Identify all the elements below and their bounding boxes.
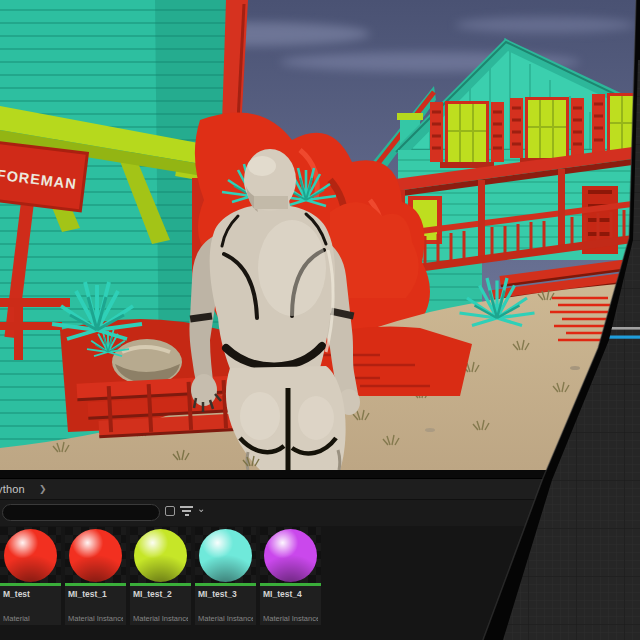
asset-name: M_test bbox=[3, 589, 58, 599]
asset-thumbnail bbox=[65, 527, 126, 583]
level-viewport[interactable]: FOREMAN bbox=[0, 0, 640, 470]
asset-tile[interactable]: MI_test_4 Material Instance bbox=[260, 527, 321, 625]
asset-grid: M_test Material MI_test_1 Material Insta… bbox=[0, 527, 325, 625]
asset-meta: MI_test_3 Material Instance bbox=[195, 586, 256, 625]
material-sphere bbox=[264, 529, 317, 582]
asset-name: MI_test_3 bbox=[198, 589, 253, 599]
content-browser-toolbar: ⌄ bbox=[0, 500, 640, 526]
asset-tile[interactable]: MI_test_3 Material Instance bbox=[195, 527, 256, 625]
breadcrumb[interactable]: ython ❯ bbox=[0, 479, 640, 500]
content-browser-panel: ython ❯ ⌄ M_test Material bbox=[0, 470, 640, 640]
asset-type: Material Instance bbox=[68, 614, 123, 623]
viewport-scene: FOREMAN bbox=[0, 0, 640, 470]
asset-meta: M_test Material bbox=[0, 586, 61, 625]
asset-type: Material Instance bbox=[133, 614, 188, 623]
search-input[interactable] bbox=[2, 504, 160, 521]
red-stairs bbox=[77, 375, 248, 438]
asset-thumbnail bbox=[130, 527, 191, 583]
asset-thumbnail bbox=[195, 527, 256, 583]
panel-divider bbox=[0, 470, 640, 479]
asset-thumbnail bbox=[260, 527, 321, 583]
asset-meta: MI_test_2 Material Instance bbox=[130, 586, 191, 625]
chevron-down-icon[interactable]: ⌄ bbox=[197, 503, 205, 514]
material-sphere bbox=[69, 529, 122, 582]
asset-type: Material Instance bbox=[263, 614, 318, 623]
material-sphere bbox=[199, 529, 252, 582]
asset-name: MI_test_2 bbox=[133, 589, 188, 599]
asset-name: MI_test_4 bbox=[263, 589, 318, 599]
asset-meta: MI_test_4 Material Instance bbox=[260, 586, 321, 625]
asset-type: Material bbox=[3, 614, 58, 623]
asset-name: MI_test_1 bbox=[68, 589, 123, 599]
filter-icon[interactable] bbox=[180, 506, 193, 518]
boulder bbox=[112, 339, 182, 385]
asset-tile[interactable]: M_test Material bbox=[0, 527, 61, 625]
asset-thumbnail bbox=[0, 527, 61, 583]
asset-meta: MI_test_1 Material Instance bbox=[65, 586, 126, 625]
asset-tile[interactable]: MI_test_1 Material Instance bbox=[65, 527, 126, 625]
unreal-editor-window: FOREMAN bbox=[0, 0, 640, 640]
save-search-icon[interactable] bbox=[165, 506, 175, 516]
chevron-right-icon: ❯ bbox=[39, 484, 47, 494]
breadcrumb-path[interactable]: ython bbox=[0, 483, 25, 495]
material-sphere bbox=[4, 529, 57, 582]
asset-tile[interactable]: MI_test_2 Material Instance bbox=[130, 527, 191, 625]
material-sphere bbox=[134, 529, 187, 582]
asset-type: Material Instance bbox=[198, 614, 253, 623]
